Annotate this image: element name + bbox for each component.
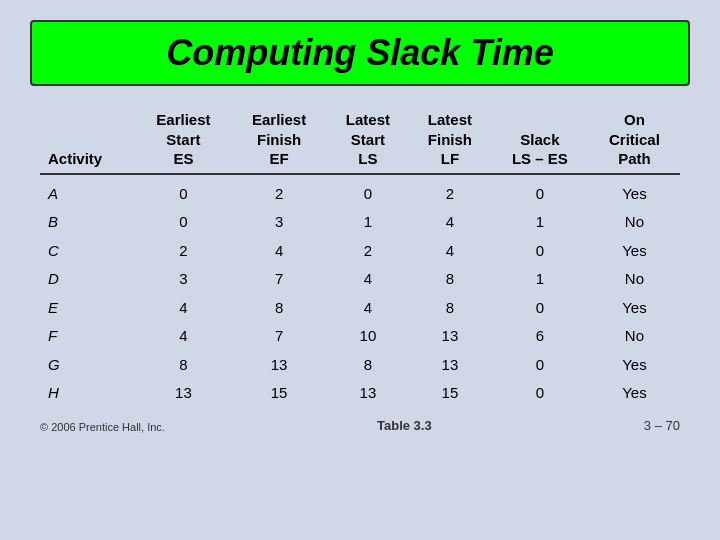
cell-lf: 13 (409, 322, 491, 351)
cell-slack: 0 (491, 294, 589, 323)
table-reference: Table 3.3 (377, 418, 432, 433)
cell-ef: 13 (231, 351, 327, 380)
table-row: G8138130Yes (40, 351, 680, 380)
cell-ef: 3 (231, 208, 327, 237)
col-header-activity: Activity (40, 106, 136, 174)
cell-ls: 2 (327, 237, 409, 266)
cell-lf: 13 (409, 351, 491, 380)
cell-ls: 10 (327, 322, 409, 351)
cell-es: 2 (136, 237, 232, 266)
cell-lf: 8 (409, 294, 491, 323)
title-box: Computing Slack Time (30, 20, 690, 86)
cell-critical: No (589, 322, 680, 351)
table-row: H131513150Yes (40, 379, 680, 408)
cell-ls: 13 (327, 379, 409, 408)
copyright: © 2006 Prentice Hall, Inc. (40, 421, 165, 433)
col-header-slack: Slack LS – ES (491, 106, 589, 174)
table-row: A02020Yes (40, 174, 680, 209)
cell-activity: G (40, 351, 136, 380)
cell-critical: No (589, 208, 680, 237)
cell-ef: 8 (231, 294, 327, 323)
col-header-es: Earliest Start ES (136, 106, 232, 174)
cell-slack: 0 (491, 379, 589, 408)
cell-ls: 0 (327, 174, 409, 209)
cell-ef: 4 (231, 237, 327, 266)
cell-activity: E (40, 294, 136, 323)
page-title: Computing Slack Time (52, 32, 668, 74)
cell-lf: 4 (409, 237, 491, 266)
table-row: F4710136No (40, 322, 680, 351)
cell-activity: B (40, 208, 136, 237)
cell-critical: No (589, 265, 680, 294)
cell-critical: Yes (589, 174, 680, 209)
cell-ls: 4 (327, 294, 409, 323)
cell-lf: 4 (409, 208, 491, 237)
table-row: E48480Yes (40, 294, 680, 323)
col-header-ls: Latest Start LS (327, 106, 409, 174)
cell-critical: Yes (589, 294, 680, 323)
cell-es: 4 (136, 294, 232, 323)
cell-slack: 0 (491, 237, 589, 266)
cell-ef: 2 (231, 174, 327, 209)
cell-slack: 0 (491, 174, 589, 209)
cell-ef: 15 (231, 379, 327, 408)
cell-critical: Yes (589, 379, 680, 408)
cell-slack: 6 (491, 322, 589, 351)
cell-lf: 8 (409, 265, 491, 294)
cell-es: 0 (136, 174, 232, 209)
col-header-critical: On Critical Path (589, 106, 680, 174)
cell-activity: A (40, 174, 136, 209)
cell-slack: 1 (491, 265, 589, 294)
cell-ls: 8 (327, 351, 409, 380)
cell-es: 8 (136, 351, 232, 380)
cell-slack: 0 (491, 351, 589, 380)
cell-es: 13 (136, 379, 232, 408)
page-number: 3 – 70 (644, 418, 680, 433)
cell-ef: 7 (231, 265, 327, 294)
slack-table: Activity Earliest Start ES Earliest Fini… (40, 106, 680, 408)
cell-critical: Yes (589, 351, 680, 380)
cell-lf: 2 (409, 174, 491, 209)
footer: © 2006 Prentice Hall, Inc. Table 3.3 3 –… (30, 418, 690, 433)
cell-activity: H (40, 379, 136, 408)
col-header-ef: Earliest Finish EF (231, 106, 327, 174)
table-row: C24240Yes (40, 237, 680, 266)
table-container: Activity Earliest Start ES Earliest Fini… (30, 106, 690, 408)
cell-es: 0 (136, 208, 232, 237)
cell-ls: 1 (327, 208, 409, 237)
cell-es: 3 (136, 265, 232, 294)
cell-activity: D (40, 265, 136, 294)
table-row: B03141No (40, 208, 680, 237)
cell-slack: 1 (491, 208, 589, 237)
cell-es: 4 (136, 322, 232, 351)
cell-activity: C (40, 237, 136, 266)
table-row: D37481No (40, 265, 680, 294)
cell-ef: 7 (231, 322, 327, 351)
cell-lf: 15 (409, 379, 491, 408)
cell-activity: F (40, 322, 136, 351)
cell-ls: 4 (327, 265, 409, 294)
col-header-lf: Latest Finish LF (409, 106, 491, 174)
cell-critical: Yes (589, 237, 680, 266)
